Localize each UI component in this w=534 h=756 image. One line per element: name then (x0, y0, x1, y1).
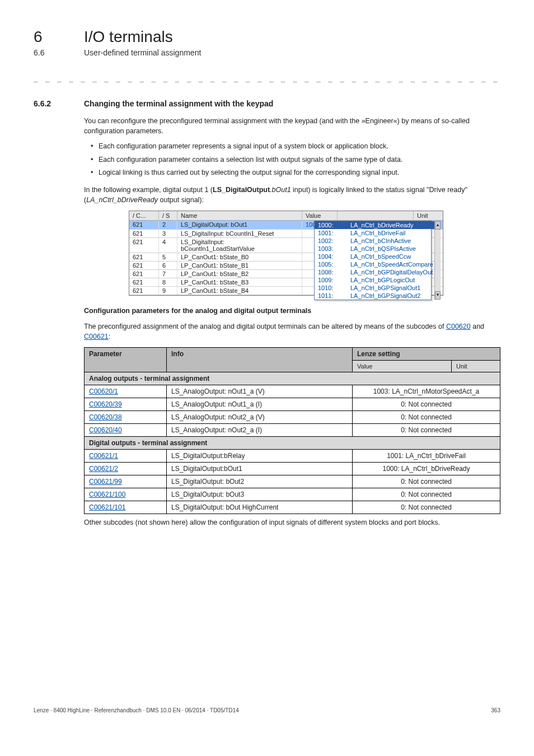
th-setting: Lenze setting (353, 348, 500, 361)
subsection-header: 6.6 User-defined terminal assignment (34, 48, 500, 57)
dropdown-item[interactable]: 1009:LA_nCtrl_bGPLogicOut (315, 276, 434, 284)
after-table-note: Other subcodes (not shown here) allow th… (84, 517, 500, 528)
table-row: C00621/100LS_DigitalOutput: bOut30: Not … (85, 488, 500, 501)
table-row: C00620/38LS_AnalogOutput: nOut2_a (V)0: … (85, 411, 500, 424)
cell-s: 2 (159, 221, 177, 229)
cell-name: LP_CanOut1: bState_B4 (177, 287, 302, 295)
cell-c: 621 (129, 253, 159, 261)
col-unit[interactable]: Unit (414, 211, 443, 220)
grid-header: / C... / S Name Value Unit (129, 211, 443, 221)
th-info: Info (167, 348, 353, 372)
param-link[interactable]: C00621/100 (89, 491, 125, 498)
cell-name: LP_CanOut1: bState_B3 (177, 278, 302, 286)
param-info: LS_DigitalOutput: bOut3 (167, 488, 353, 501)
table-group-row: Digital outputs - terminal assignment (85, 437, 500, 450)
dropdown-item[interactable]: 1011:LA_nCtrl_bGPSignalOut2 (315, 292, 434, 300)
param-link[interactable]: C00620/39 (89, 400, 122, 408)
dropdown-item[interactable]: 1003:LA_nCtrl_bQSPIsActive (315, 245, 434, 253)
separator: _ _ _ _ _ _ _ _ _ _ _ _ _ _ _ _ _ _ _ _ … (34, 74, 500, 82)
param-setting: 1000: LA_nCtrl_bDriveReady (353, 463, 500, 475)
intro-paragraph: You can reconfigure the preconfigured te… (84, 116, 500, 136)
link-c00621[interactable]: C00621 (84, 333, 109, 340)
param-info: LS_AnalogOutput: nOut2_a (I) (167, 424, 353, 437)
bullet-item: Each configuration parameter represents … (93, 142, 500, 152)
dropdown-item[interactable]: 1008:LA_nCtrl_bGPDigitalDelayOut (315, 268, 434, 276)
cell-s: 3 (159, 230, 177, 237)
section-header: 6.6.2 Changing the terminal assignment w… (34, 99, 500, 108)
cell-s: 6 (159, 262, 177, 269)
config-heading: Configuration parameters for the analog … (84, 306, 500, 316)
cell-s: 9 (159, 287, 177, 295)
scroll-down-icon[interactable]: ▼ (435, 291, 441, 300)
table-row: C00621/1LS_DigitalOutput:bRelay1001: LA_… (85, 450, 500, 463)
bullet-item: Logical linking is thus carried out by s… (93, 168, 500, 178)
cell-s: 7 (159, 270, 177, 278)
param-link[interactable]: C00620/40 (89, 426, 122, 434)
param-setting: 0: Not connected (353, 488, 500, 501)
table-group-row: Analog outputs - terminal assignment (85, 372, 500, 385)
cell-s: 5 (159, 253, 177, 261)
col-value[interactable]: Value (302, 211, 338, 220)
param-setting: 1001: LA_nCtrl_bDriveFail (353, 450, 500, 463)
param-setting: 0: Not connected (353, 475, 500, 488)
link-c00620[interactable]: C00620 (446, 323, 471, 330)
signal-dropdown[interactable]: 1000:LA_nCtrl_bDriveReady1001:LA_nCtrl_b… (314, 221, 432, 300)
col-s[interactable]: / S (159, 211, 177, 220)
param-link[interactable]: C00621/99 (89, 478, 122, 486)
param-link[interactable]: C00620/1 (89, 388, 118, 395)
param-setting: 0: Not connected (353, 424, 500, 437)
section-number: 6.6.2 (34, 99, 67, 108)
param-setting: 0: Not connected (353, 398, 500, 411)
table-row: C00621/2LS_DigitalOutput:bOut11000: LA_n… (85, 463, 500, 475)
param-info: LS_AnalogOutput: nOut2_a (V) (167, 411, 353, 424)
param-setting: 0: Not connected (353, 411, 500, 424)
cell-c: 621 (129, 278, 159, 286)
dropdown-item[interactable]: 1010:LA_nCtrl_bGPSignalOut1 (315, 284, 434, 292)
subsection-number: 6.6 (34, 48, 67, 57)
dropdown-item[interactable]: 1004:LA_nCtrl_bSpeedCcw (315, 253, 434, 260)
table-row: C00621/101LS_DigitalOutput: bOut HighCur… (85, 501, 500, 514)
param-link[interactable]: C00621/2 (89, 465, 118, 473)
dropdown-item[interactable]: 1000:LA_nCtrl_bDriveReady (315, 221, 434, 229)
param-link[interactable]: C00620/38 (89, 413, 122, 421)
dropdown-item[interactable]: 1001:LA_nCtrl_bDriveFail (315, 229, 434, 237)
dropdown-item[interactable]: 1005:LA_nCtrl_bSpeedActCompare (315, 260, 434, 268)
signal-name: LS_DigitalOutput (213, 186, 270, 194)
example-paragraph: In the following example, digital output… (84, 185, 500, 205)
scroll-up-icon[interactable]: ▲ (435, 221, 441, 230)
cell-name: LS_DigitalInput: bCountIn1_Reset (177, 230, 302, 237)
cell-name: LP_CanOut1: bState_B0 (177, 253, 302, 261)
table-row: C00621/99LS_DigitalOutput: bOut20: Not c… (85, 475, 500, 488)
table-body: Analog outputs - terminal assignmentC006… (85, 372, 500, 514)
dropdown-scrollbar[interactable]: ▲ ▼ (434, 221, 441, 300)
cell-c: 621 (129, 221, 159, 229)
cell-name: LS_DigitalInput: bCountIn1_LoadStartValu… (177, 238, 302, 253)
cell-name: LP_CanOut1: bState_B1 (177, 262, 302, 269)
config-intro: The preconfigured assignment of the anal… (84, 321, 500, 342)
th-parameter: Parameter (85, 348, 167, 372)
col-name[interactable]: Name (177, 211, 302, 220)
param-setting: 0: Not connected (353, 501, 500, 514)
engineer-screenshot: / C... / S Name Value Unit 6212LS_Digita… (129, 211, 443, 296)
param-info: LS_DigitalOutput:bOut1 (167, 463, 353, 475)
subsection-title: User-defined terminal assignment (84, 48, 201, 57)
cell-c: 621 (129, 287, 159, 295)
cell-c: 621 (129, 238, 159, 253)
cell-s: 8 (159, 278, 177, 286)
table-row: C00620/1LS_AnalogOutput: nOut1_a (V)1003… (85, 385, 500, 398)
col-c[interactable]: / C... (129, 211, 159, 220)
footer-left: Lenze · 8400 HighLine · Referenzhandbuch… (34, 707, 239, 713)
param-link[interactable]: C00621/101 (89, 503, 125, 511)
cell-name: LP_CanOut1: bState_B2 (177, 270, 302, 278)
param-info: LS_DigitalOutput:bRelay (167, 450, 353, 463)
bullet-item: Each configuration parameter contains a … (93, 155, 500, 165)
table-row: C00620/39LS_AnalogOutput: nOut1_a (I)0: … (85, 398, 500, 411)
param-link[interactable]: C00621/1 (89, 452, 118, 460)
cell-name: LS_DigitalOutput: bOut1 (177, 221, 302, 229)
param-info: LS_AnalogOutput: nOut1_a (I) (167, 398, 353, 411)
signal-name: LA_nCtrl_bDriveReady (86, 196, 158, 204)
bullet-list: Each configuration parameter represents … (84, 142, 500, 178)
dropdown-item[interactable]: 1002:LA_nCtrl_bCInhActive (315, 237, 434, 245)
param-setting: 1003: LA_nCtrl_nMotorSpeedAct_a (353, 385, 500, 398)
cell-c: 621 (129, 230, 159, 237)
